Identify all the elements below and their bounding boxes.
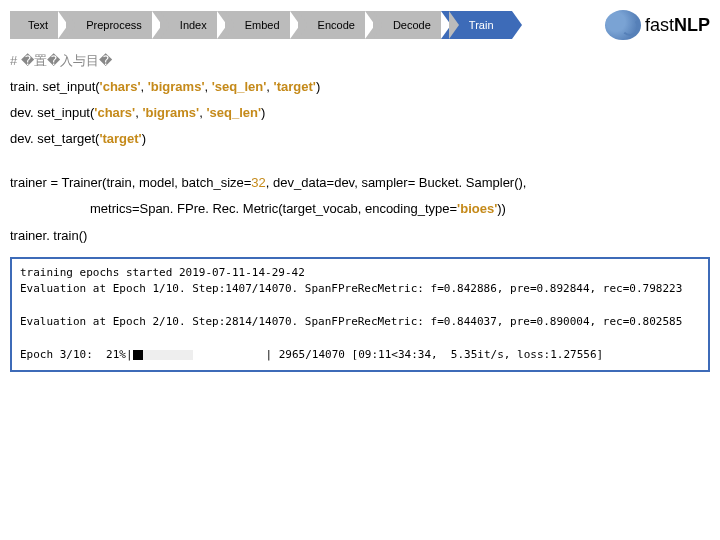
fastnlp-logo: fastNLP bbox=[605, 10, 710, 40]
progress-empty bbox=[143, 350, 193, 360]
code-line-3: dev. set_target('target') bbox=[10, 128, 710, 150]
code-line-4: trainer = Trainer(train, model, batch_si… bbox=[10, 172, 710, 194]
code-line-1: train. set_input('chars', 'bigrams', 'se… bbox=[10, 76, 710, 98]
progress-fill bbox=[133, 350, 143, 360]
console-output: training epochs started 2019-07-11-14-29… bbox=[10, 257, 710, 372]
pipeline-steps: Text Preprocess Index Embed Encode Decod… bbox=[10, 10, 710, 40]
code-line-5: metrics=Span. FPre. Rec. Metric(target_v… bbox=[10, 198, 710, 220]
logo-text: fastNLP bbox=[645, 15, 710, 36]
code-line-2: dev. set_input('chars', 'bigrams', 'seq_… bbox=[10, 102, 710, 124]
brain-icon bbox=[605, 10, 641, 40]
code-line-6: trainer. train() bbox=[10, 225, 710, 247]
code-comment: # �置�入与目� bbox=[10, 50, 710, 72]
